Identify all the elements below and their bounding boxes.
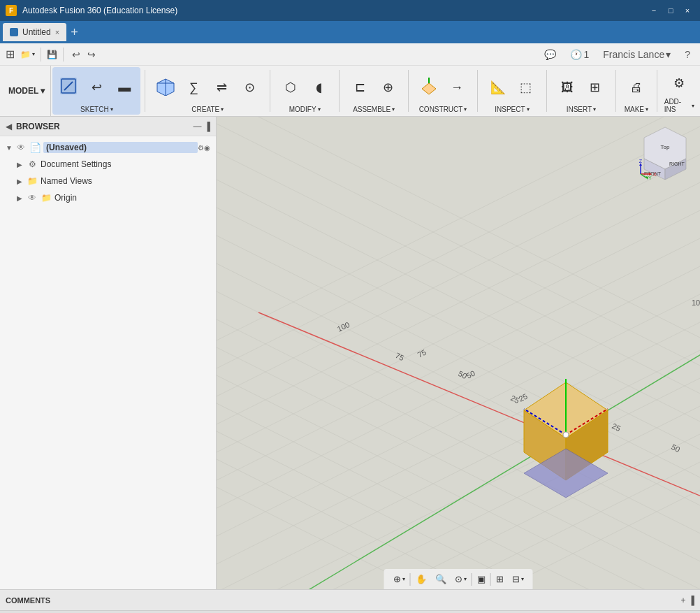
expand-arrow-namedviews[interactable]: ▶ [17,178,27,185]
create-box-button[interactable] [152,74,179,101]
sketch-icons: ↩ ▬ [55,68,138,106]
create-component-button[interactable]: ⊙ [236,74,263,101]
sketch-tool-button[interactable] [55,74,82,101]
item-target-button[interactable]: ◉ [204,144,210,152]
maximize-button[interactable]: □ [664,3,678,17]
window-controls: − □ × [647,3,694,17]
title-bar: F Autodesk Fusion 360 (Education License… [0,0,700,21]
insert-image-icon: 🖼 [561,81,574,94]
fit-view-icon: ⊕ [393,574,401,584]
help-button[interactable]: ? [680,48,694,62]
browser-options-button[interactable]: ▐ [204,122,210,131]
user-menu-button[interactable]: Francis Lance ▾ [599,48,675,62]
construct-label[interactable]: CONSTRUCT ▾ [419,106,467,113]
tab-doc-icon [10,28,18,36]
inspect-section-button[interactable]: ⬚ [513,74,539,101]
modify-fillet-button[interactable]: ◖ [305,74,332,101]
unsaved-label: (Unsaved) [43,142,198,153]
fit-view-arrow-icon: ▾ [402,576,405,582]
docsettings-label: Document Settings [41,159,210,169]
pan-button[interactable]: ✋ [412,572,430,586]
fit-view-button[interactable]: ⊕ ▾ [390,572,409,586]
view-cube[interactable]: Top FRONT RIGHT Z X [637,124,693,180]
pan-icon: ✋ [416,574,427,584]
vp-sep-3 [490,573,491,586]
expand-arrow-origin[interactable]: ▶ [17,194,27,202]
browser-search-button[interactable]: — [193,122,201,131]
undo-button[interactable]: ↩ [69,48,83,62]
tab-untitled[interactable]: Untitled × [3,23,66,41]
inspect-label[interactable]: INSPECT ▾ [495,106,529,113]
expand-arrow-docsettings[interactable]: ▶ [17,161,27,168]
viewport[interactable]: 100 75 50 25 75 50 25 25 50 75 100 125 1… [217,117,700,589]
addins-label[interactable]: ADD-INS ▾ [664,98,694,113]
create-mirror-button[interactable]: ⇌ [208,74,235,101]
origin-eye-icon[interactable]: 👁 [27,192,38,203]
zoom-window-button[interactable]: ⊙ ▾ [451,572,470,586]
add-comment-button[interactable]: + [680,596,685,605]
browser-header: ◀ BROWSER — ▐ [0,117,216,136]
toolbar: ⊞ 📁 ▾ 💾 ↩ ↪ 💬 🕐 1 Francis Lance ▾ ? [0,43,700,117]
model-selector[interactable]: MODEL ▾ [3,66,51,116]
insert-label[interactable]: INSERT ▾ [567,106,597,113]
minimize-button[interactable]: − [647,3,661,17]
file-menu-button[interactable]: 📁 ▾ [20,50,35,59]
create-component-icon: ⊙ [245,81,255,94]
make-label[interactable]: MAKE ▾ [625,106,648,113]
insert-icons: 🖼 ⊞ [554,68,608,106]
tab-close-icon[interactable]: × [55,28,59,36]
expand-arrow-unsaved[interactable]: ▼ [6,144,15,152]
assemble-joint-button[interactable]: ⊏ [347,74,373,101]
display-mode-button[interactable]: ▣ [474,572,489,586]
make-3dprint-button[interactable]: 🖨 [623,74,650,101]
save-button[interactable]: 💾 [47,50,57,59]
canvas-area[interactable]: 100 75 50 25 75 50 25 25 50 75 100 125 1… [217,117,700,589]
construct-axis-button[interactable]: → [444,74,470,101]
insert-model-button[interactable]: ⊞ [582,74,608,101]
origin-label: Origin [54,193,210,203]
new-tab-button[interactable]: + [71,25,78,40]
addins-section: ⚙ ADD-INS ▾ [662,67,697,115]
assemble-motion-button[interactable]: ⊕ [374,74,401,101]
chat-button[interactable]: 💬 [540,48,560,62]
assemble-label[interactable]: ASSEMBLE ▾ [353,106,395,113]
svg-point-62 [563,432,569,438]
modify-press-pull-button[interactable]: ⬡ [277,74,304,101]
browser-collapse-button[interactable]: ◀ [6,122,12,131]
svg-text:Z: Z [639,159,643,164]
view-settings-arrow-icon: ▾ [521,576,524,582]
origin-folder-icon: 📁 [41,192,52,203]
finish-sketch-button[interactable]: ↩ [83,74,110,101]
item-settings-button[interactable]: ⚙ [198,144,204,152]
sketch-label[interactable]: SKETCH ▾ [80,106,113,113]
browser-tree: ▼ 👁 📄 (Unsaved) ⚙ ◉ ▶ ⚙ Document Setting… [0,136,216,209]
construct-plane-button[interactable] [416,74,442,101]
create-label[interactable]: CREATE ▾ [191,106,224,113]
eye-icon[interactable]: 👁 [15,142,27,153]
history-button[interactable]: 🕐 1 [566,48,593,62]
tree-item-docsettings[interactable]: ▶ ⚙ Document Settings [0,156,216,173]
make-3dprint-icon: 🖨 [630,81,643,94]
redo-button[interactable]: ↪ [85,48,99,62]
svg-text:Y: Y [648,175,652,180]
inspect-arrow-icon: ▾ [527,106,530,113]
construct-axis-icon: → [451,81,463,94]
grid-settings-button[interactable]: ⊞ [493,572,507,586]
close-button[interactable]: × [680,3,694,17]
zoom-button[interactable]: 🔍 [432,572,450,586]
model-arrow-icon: ▾ [41,86,45,96]
inspect-measure-button[interactable]: 📐 [485,74,511,101]
tree-item-namedviews[interactable]: ▶ 📁 Named Views [0,173,216,189]
tree-item-origin[interactable]: ▶ 👁 📁 Origin [0,189,216,206]
addins-scripts-icon: ⚙ [673,77,685,89]
tree-item-unsaved[interactable]: ▼ 👁 📄 (Unsaved) ⚙ ◉ [0,139,216,156]
view-settings-button[interactable]: ⊟ ▾ [509,572,527,586]
create-extrude-button[interactable]: ∑ [180,74,207,101]
addins-scripts-button[interactable]: ⚙ [666,70,692,96]
sketch-line-button[interactable]: ▬ [111,74,138,101]
modify-label[interactable]: MODIFY ▾ [289,106,321,113]
collapse-panel-button[interactable]: ▐ [688,596,694,605]
insert-image-button[interactable]: 🖼 [554,74,581,101]
sep-5 [477,70,478,112]
grid-menu-button[interactable]: ⊞ [6,48,15,61]
